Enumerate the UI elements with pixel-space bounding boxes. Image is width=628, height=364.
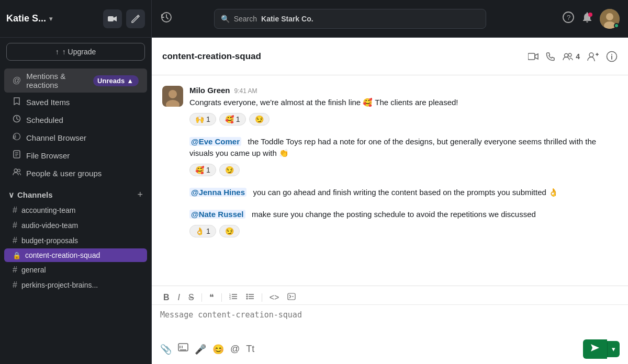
reaction-btn[interactable]: 😏 [249, 113, 270, 126]
video-call-channel-button[interactable] [528, 52, 539, 61]
saved-icon [13, 97, 21, 107]
messages-area: Milo Green 9:41 AM Congrats everyone, we… [152, 75, 628, 286]
channel-item-accounting-team[interactable]: # accounting-team [4, 203, 147, 218]
members-button[interactable]: 4 [563, 52, 580, 61]
channel-item-perkins[interactable]: # perkins-project-brains... [4, 278, 147, 292]
video-call-button[interactable] [103, 9, 122, 28]
sidebar-item-label-channel-browser: Channel Browser [26, 133, 86, 142]
add-channel-button[interactable]: + [137, 189, 143, 200]
mention-eve-comer[interactable]: @Eve Comer [189, 137, 241, 146]
reaction-btn[interactable]: 🥰 1 [189, 164, 216, 176]
mention-jenna-hines[interactable]: @Jenna Hines [189, 188, 246, 197]
help-button[interactable]: ? [562, 11, 575, 26]
send-button[interactable] [583, 339, 607, 359]
upgrade-button[interactable]: ↑ ↑ Upgrade [6, 43, 145, 61]
add-member-button[interactable] [587, 52, 599, 61]
channel-info-button[interactable] [606, 51, 618, 62]
message-input[interactable] [160, 310, 620, 329]
hash-icon: # [13, 236, 17, 245]
svg-point-17 [14, 169, 17, 172]
emoji-button[interactable]: 😊 [212, 344, 224, 355]
text-format-button[interactable]: Tt [246, 344, 254, 355]
call-channel-button[interactable] [546, 52, 555, 61]
channels-section-label: Channels [17, 190, 53, 199]
reaction-btn[interactable]: 🙌 1 [189, 113, 216, 126]
italic-button[interactable]: I [175, 291, 183, 304]
workspace-name-btn[interactable]: Katie S... ▾ [6, 13, 52, 24]
channel-item-audio-video-team[interactable]: # audio-video-team [4, 218, 147, 233]
channel-item-content-creation-squad[interactable]: 🔒 content-creation-squad [4, 248, 147, 262]
bullet-list-button[interactable] [243, 291, 257, 304]
bold-button[interactable]: B [160, 291, 173, 304]
scheduled-icon [13, 115, 21, 125]
channel-header: content-creation-squad 4 [152, 38, 628, 75]
svg-marker-52 [591, 344, 599, 351]
ordered-list-button[interactable]: 1.2.3. [226, 291, 241, 304]
composer-bottom: 📎 🎤 😊 @ Tt ▾ [152, 336, 628, 364]
reaction-btn[interactable]: 😏 [219, 164, 240, 176]
svg-point-28 [611, 54, 612, 55]
svg-marker-1 [114, 16, 117, 21]
svg-marker-20 [535, 54, 538, 59]
channel-name: budget-proposals [21, 236, 78, 245]
channel-item-general[interactable]: # general [4, 263, 147, 277]
sidebar-item-mentions[interactable]: @ Mentions & reactions Unreads ▲ [4, 69, 147, 93]
toolbar-divider [221, 293, 222, 302]
channels-chevron-icon: ∨ [8, 190, 14, 200]
sidebar-item-saved[interactable]: Saved Items [4, 94, 147, 110]
upgrade-icon: ↑ [55, 48, 59, 56]
svg-point-23 [589, 53, 593, 57]
sidebar-item-label-people: People & user groups [26, 169, 102, 178]
history-button[interactable] [160, 11, 173, 27]
top-bar-left-icons [103, 9, 145, 28]
reaction-btn[interactable]: 🥰 1 [219, 113, 246, 126]
sidebar-item-channel-browser[interactable]: # Channel Browser [4, 129, 147, 146]
attachment-button[interactable]: 📎 [160, 344, 172, 355]
svg-line-2 [137, 16, 138, 17]
message-body: @Nate Russel make sure you change the po… [189, 209, 618, 237]
svg-point-18 [18, 169, 20, 172]
code-button[interactable]: <> [266, 291, 283, 304]
send-options-button[interactable]: ▾ [607, 341, 620, 357]
reaction-btn[interactable]: 👌 1 [189, 225, 216, 237]
hash-icon: # [13, 265, 17, 275]
channel-name: perkins-project-brains... [21, 281, 98, 289]
svg-text:?: ? [567, 14, 570, 21]
audio-button[interactable]: 🎤 [195, 344, 206, 355]
toolbar-divider [262, 293, 262, 302]
mention-nate-russel[interactable]: @Nate Russel [189, 210, 245, 219]
message-row: @Jenna Hines you can go ahead and finish… [162, 187, 618, 199]
avatar-button[interactable] [600, 9, 620, 29]
svg-point-6 [588, 13, 592, 17]
mention-button[interactable]: @ [230, 344, 240, 355]
message-header: Milo Green 9:41 AM [189, 86, 618, 95]
channel-header-name: content-creation-squad [162, 51, 522, 62]
notifications-button[interactable] [581, 11, 593, 26]
channel-actions: 4 [528, 51, 618, 62]
hash-icon: # [13, 280, 17, 290]
channel-browser-icon: # [13, 132, 21, 143]
composer-toolbar: B I S ❝ 1.2.3. <> [152, 286, 628, 305]
composer-input-area[interactable] [152, 305, 628, 336]
channels-section-header[interactable]: ∨ Channels + [0, 184, 151, 202]
blockquote-button[interactable]: ❝ [206, 290, 217, 304]
message-row: @Eve Comer the Toddle Toys rep had a not… [162, 136, 618, 176]
sidebar-item-label-saved: Saved Items [26, 98, 70, 107]
channel-item-budget-proposals[interactable]: # budget-proposals [4, 233, 147, 248]
code-block-button[interactable] [284, 291, 299, 304]
sidebar-item-scheduled[interactable]: Scheduled [4, 111, 147, 128]
compose-button[interactable] [126, 9, 145, 28]
svg-point-38 [246, 293, 248, 295]
sidebar-item-people[interactable]: People & user groups [4, 165, 147, 181]
message-avatar-spacer [162, 136, 183, 176]
svg-point-39 [246, 295, 248, 297]
reaction-btn[interactable]: 😏 [219, 225, 240, 237]
strikethrough-button[interactable]: S [185, 291, 197, 304]
members-count: 4 [576, 52, 580, 61]
message-time: 9:41 AM [234, 87, 257, 95]
channel-name: content-creation-squad [25, 251, 100, 259]
shortcuts-button[interactable] [178, 343, 188, 355]
sidebar-item-file-browser[interactable]: File Browser [4, 147, 147, 164]
search-bar[interactable]: 🔍 Search Katie Stark Co. [214, 9, 486, 29]
message-avatar [162, 86, 183, 107]
